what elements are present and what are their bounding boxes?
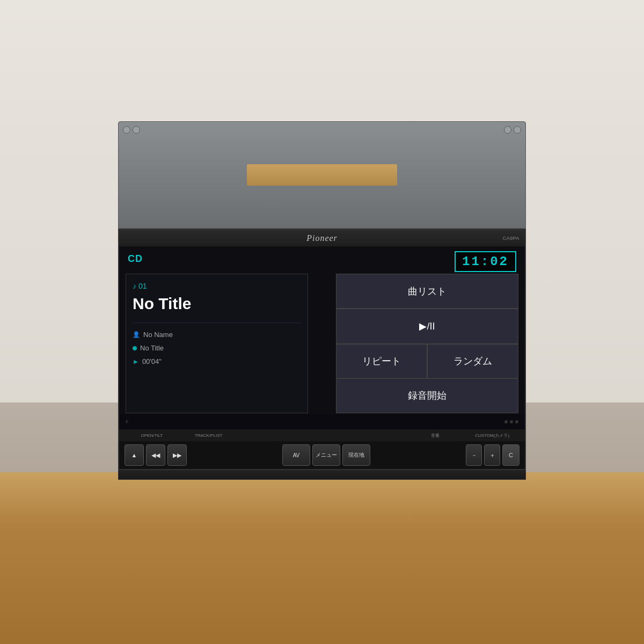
main-screen: CD 11:02 01 No Title 👤 No Name No Title xyxy=(119,247,525,429)
screws-right xyxy=(504,126,521,134)
device-unit: Pioneer CA9PA CD 11:02 01 No Title 👤 No … xyxy=(118,121,526,480)
duration-row: ► 00'04" xyxy=(133,357,301,365)
screw xyxy=(133,126,140,134)
label-volume: 音量 xyxy=(407,433,464,438)
status-bar: F xyxy=(119,414,525,429)
controls-panel[interactable]: 曲リスト ▶/II リピート ランダム 録音開始 xyxy=(336,274,518,413)
next-button[interactable]: ▶▶ xyxy=(167,444,187,466)
screw xyxy=(504,126,511,134)
button-labels-row: OPEN/TILT TRACK/PLIST 音量 CUSTOM(カメラ) xyxy=(119,429,525,441)
minus-button[interactable]: － xyxy=(466,444,482,466)
label-track-plist: TRACK/PLIST xyxy=(180,433,237,438)
prev-button[interactable]: ◀◀ xyxy=(146,444,165,466)
divider xyxy=(133,323,301,323)
background-scene: Pioneer CA9PA CD 11:02 01 No Title 👤 No … xyxy=(0,0,644,644)
status-dots xyxy=(504,420,518,423)
pioneer-logo: Pioneer xyxy=(306,233,338,243)
top-box-housing xyxy=(118,121,526,229)
status-left: F xyxy=(126,419,129,425)
song-list-button[interactable]: 曲リスト xyxy=(336,274,518,309)
label-open-tilt: OPEN/TILT xyxy=(123,433,180,438)
track-title: No Title xyxy=(133,295,301,313)
status-dot xyxy=(504,420,508,423)
menu-button[interactable]: メニュー xyxy=(312,444,340,466)
track-info-panel: 01 No Title 👤 No Name No Title ► 00'04" xyxy=(126,274,308,413)
c-button[interactable]: C xyxy=(502,444,519,466)
disc-icon xyxy=(133,346,137,350)
model-number: CA9PA xyxy=(503,236,519,241)
source-label: CD xyxy=(128,253,143,265)
clock-display: 11:02 xyxy=(455,251,516,272)
random-button[interactable]: ランダム xyxy=(427,344,518,378)
artist-row: 👤 No Name xyxy=(133,331,301,339)
repeat-random-row: リピート ランダム xyxy=(336,344,518,378)
tape-strip xyxy=(247,164,397,186)
artist-name: No Name xyxy=(143,331,173,339)
record-button[interactable]: 録音開始 xyxy=(336,378,518,413)
album-row: No Title xyxy=(133,344,301,352)
play-pause-icon: ▶/II xyxy=(419,320,435,332)
play-icon: ► xyxy=(133,358,139,365)
status-dot xyxy=(510,420,513,423)
label-custom: CUSTOM(カメラ) xyxy=(464,433,521,438)
home-button[interactable]: 現在地 xyxy=(342,444,370,466)
duration-value: 00'04" xyxy=(142,357,162,365)
pioneer-header: Pioneer CA9PA xyxy=(119,230,525,247)
track-number: 01 xyxy=(133,282,301,290)
screw xyxy=(514,126,521,134)
pioneer-unit: Pioneer CA9PA CD 11:02 01 No Title 👤 No … xyxy=(118,229,526,470)
status-dot xyxy=(515,420,518,423)
eject-button[interactable]: ▲ xyxy=(125,444,144,466)
person-icon: 👤 xyxy=(133,331,140,338)
screw xyxy=(123,126,130,134)
physical-buttons-row: ▲ ◀◀ ▶▶ AV メニュー 現在地 － ＋ C xyxy=(119,441,525,469)
plus-button[interactable]: ＋ xyxy=(484,444,500,466)
album-name: No Title xyxy=(140,344,164,352)
screws-left xyxy=(123,126,140,134)
play-pause-button[interactable]: ▶/II xyxy=(336,309,518,343)
repeat-button[interactable]: リピート xyxy=(336,344,427,378)
av-button[interactable]: AV xyxy=(282,444,310,466)
unit-base xyxy=(118,470,526,480)
